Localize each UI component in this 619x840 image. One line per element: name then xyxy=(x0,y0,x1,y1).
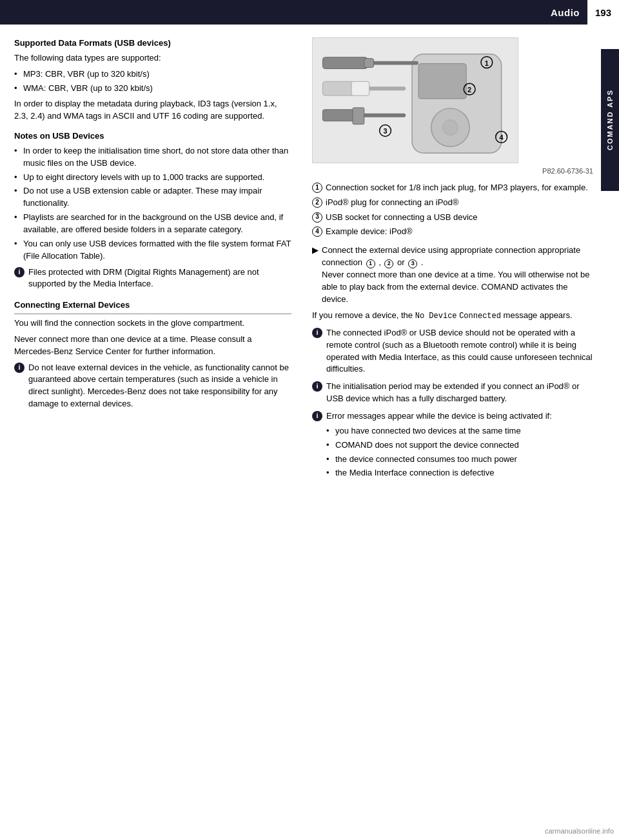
svg-rect-6 xyxy=(368,61,418,65)
section2-infobox: i Files protected with DRM (Digital Righ… xyxy=(14,266,291,291)
section1-metadata: In order to display the metadata during … xyxy=(14,98,291,123)
svg-rect-12 xyxy=(358,114,406,117)
code-no-device: No Device xyxy=(415,312,457,321)
code-connected: Connected xyxy=(459,312,501,321)
svg-rect-13 xyxy=(353,108,364,125)
list-item: Do not use a USB extension cable or adap… xyxy=(14,185,291,210)
num-list-text-1: Connection socket for 1/8 inch jack plug… xyxy=(326,182,588,194)
list-item: You can only use USB devices formatted w… xyxy=(14,238,291,263)
page-header: Audio 193 xyxy=(0,0,619,25)
info-icon: i xyxy=(312,381,322,392)
section1-heading: Supported Data Formats (USB devices) xyxy=(14,37,291,50)
num-list-text-3: USB socket for connecting a USB device xyxy=(326,212,478,224)
section3-para2: Never connect more than one device at a … xyxy=(14,334,291,358)
list-item: MP3: CBR, VBR (up to 320 kbit/s) xyxy=(14,68,291,81)
right-infobox3: i Error messages appear while the device… xyxy=(312,410,593,482)
list-item: 3 USB socket for connecting a USB device xyxy=(312,212,593,224)
arrow-icon: ▶ xyxy=(312,245,319,257)
info-icon: i xyxy=(312,328,322,338)
num-circle-1: 1 xyxy=(312,183,322,193)
section3-infobox: i Do not leave external devices in the v… xyxy=(14,362,291,410)
info-text: Files protected with DRM (Digital Rights… xyxy=(28,266,291,291)
info-text: The connected iPod® or USB device should… xyxy=(326,327,593,375)
num-list-text-4: Example device: iPod® xyxy=(326,226,413,238)
section-title: Audio xyxy=(551,7,587,18)
svg-text:2: 2 xyxy=(467,86,471,94)
inline-num-1: 1 xyxy=(366,259,375,268)
svg-point-4 xyxy=(443,120,458,135)
watermark: carmanualsonline.info xyxy=(545,827,614,835)
info-text: The initialisation period may be extende… xyxy=(326,381,593,405)
image-credit: P82.60-6736-31 xyxy=(312,166,593,177)
arrow-text: Connect the external device using approp… xyxy=(322,245,593,305)
left-column: Supported Data Formats (USB devices) The… xyxy=(0,37,303,487)
remove-device-text: If you remove a device, the No Device Co… xyxy=(312,310,593,322)
svg-rect-5 xyxy=(322,57,367,69)
list-item: 4 Example device: iPod® xyxy=(312,226,593,238)
section3-para1: You will find the connection sockets in … xyxy=(14,317,291,330)
list-item: In order to keep the initialisation time… xyxy=(14,145,291,170)
section2-heading: Notes on USB Devices xyxy=(14,130,291,143)
list-item: 2 iPod® plug for connecting an iPod® xyxy=(312,197,593,209)
section3-heading: Connecting External Devices xyxy=(14,299,291,314)
error-bullets: you have connected two devices at the sa… xyxy=(326,425,593,479)
svg-text:1: 1 xyxy=(485,59,489,67)
inline-num-2: 2 xyxy=(384,259,393,268)
list-item: 1 Connection socket for 1/8 inch jack pl… xyxy=(312,182,593,194)
info-icon: i xyxy=(312,411,322,421)
section1-bullets: MP3: CBR, VBR (up to 320 kbit/s) WMA: CB… xyxy=(14,68,291,95)
arrow-continuation: Never connect more than one device at a … xyxy=(322,270,590,304)
list-item: Up to eight directory levels with up to … xyxy=(14,172,291,184)
list-item: WMA: CBR, VBR (up to 320 kbit/s) xyxy=(14,83,291,95)
right-column: 1 2 3 4 P82.60-6736-31 1 Connection sock… xyxy=(303,37,619,487)
device-num-list: 1 Connection socket for 1/8 inch jack pl… xyxy=(312,182,593,238)
svg-rect-10 xyxy=(351,81,369,95)
arrow-section: ▶ Connect the external device using appr… xyxy=(312,245,593,305)
info-icon: i xyxy=(14,363,25,373)
info-box3-heading: Error messages appear while the device i… xyxy=(326,411,552,421)
num-circle-2: 2 xyxy=(312,197,322,208)
svg-rect-2 xyxy=(418,64,466,99)
inline-num-3: 3 xyxy=(408,259,417,268)
page-number: 193 xyxy=(587,0,619,25)
main-content: Supported Data Formats (USB devices) The… xyxy=(0,25,619,500)
right-infobox1: i The connected iPod® or USB device shou… xyxy=(312,327,593,375)
info-box3-content: Error messages appear while the device i… xyxy=(326,410,593,482)
section1-intro: The following data types are supported: xyxy=(14,52,291,65)
svg-text:3: 3 xyxy=(383,127,387,135)
right-infobox2: i The initialisation period may be exten… xyxy=(312,381,593,405)
list-item: Playlists are searched for in the backgr… xyxy=(14,212,291,236)
sidebar-tab: COMAND APS xyxy=(601,49,619,191)
num-circle-3: 3 xyxy=(312,212,322,223)
num-circle-4: 4 xyxy=(312,226,322,237)
list-item: the device connected consumes too much p… xyxy=(326,454,593,466)
info-icon: i xyxy=(14,267,25,277)
svg-rect-7 xyxy=(364,59,374,68)
device-image: 1 2 3 4 xyxy=(312,37,518,163)
list-item: COMAND does not support the device conne… xyxy=(326,439,593,452)
num-list-text-2: iPod® plug for connecting an iPod® xyxy=(326,197,458,209)
list-item: you have connected two devices at the sa… xyxy=(326,425,593,437)
section2-bullets: In order to keep the initialisation time… xyxy=(14,145,291,263)
list-item: the Media Interface connection is defect… xyxy=(326,467,593,479)
svg-text:4: 4 xyxy=(500,134,504,141)
svg-rect-8 xyxy=(322,81,354,95)
info-text: Do not leave external devices in the veh… xyxy=(28,362,291,410)
